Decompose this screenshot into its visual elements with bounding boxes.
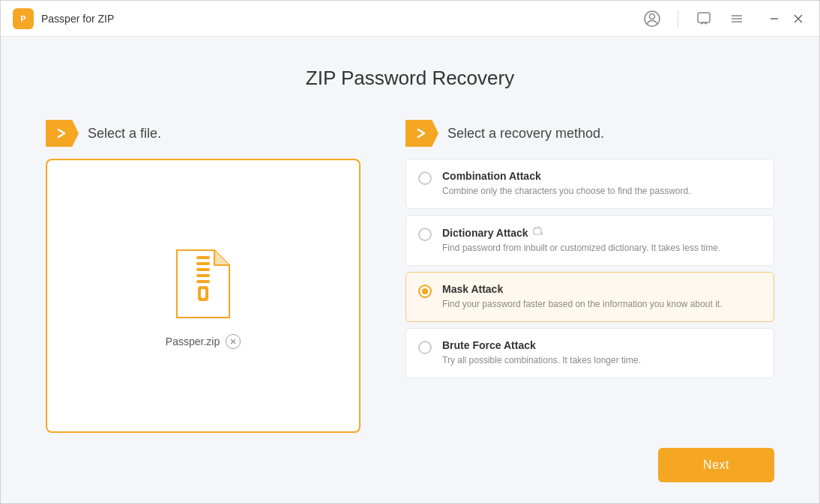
dictionary-title: Dictionary Attack (442, 226, 720, 239)
combination-title: Combination Attack (442, 170, 691, 182)
recovery-step-badge (406, 120, 438, 147)
dictionary-radio[interactable] (418, 228, 432, 241)
file-name-row: Passper.zip (166, 334, 241, 349)
file-item: Passper.zip (166, 243, 241, 349)
page-title: ZIP Password Recovery (46, 67, 774, 90)
account-icon[interactable] (642, 8, 663, 29)
dictionary-text: Dictionary Attack Find password from inb… (442, 226, 720, 255)
file-drop-area[interactable]: Passper.zip (46, 159, 361, 433)
svg-point-3 (650, 13, 655, 19)
mask-title: Mask Attack (442, 283, 723, 295)
brute-radio[interactable] (418, 341, 432, 354)
left-column: Select a file. (46, 120, 361, 433)
combination-desc: Combine only the characters you choose t… (442, 184, 691, 198)
menu-icon[interactable] (726, 8, 747, 29)
columns: Select a file. (46, 120, 774, 433)
main-content: ZIP Password Recovery Select a file. (1, 37, 819, 504)
svg-rect-14 (196, 274, 210, 277)
mask-text: Mask Attack Find your password faster ba… (442, 283, 723, 311)
brute-title: Brute Force Attack (442, 339, 641, 351)
svg-rect-13 (196, 268, 210, 271)
dictionary-desc: Find password from inbuilt or customized… (442, 241, 720, 255)
svg-rect-20 (534, 228, 541, 234)
app-icon: P (13, 8, 34, 29)
dictionary-attack-option[interactable]: Dictionary Attack Find password from inb… (406, 215, 774, 266)
mask-radio[interactable] (418, 285, 432, 298)
close-button[interactable] (789, 10, 807, 28)
titlebar-right (642, 8, 807, 29)
svg-text:P: P (20, 14, 25, 23)
combination-radio[interactable] (418, 171, 432, 185)
file-step-badge (46, 120, 79, 147)
right-column: Select a recovery method. Combination At… (406, 120, 774, 433)
svg-rect-12 (196, 262, 210, 265)
remove-file-button[interactable] (226, 334, 241, 349)
zip-file-icon (169, 243, 237, 325)
mask-attack-option[interactable]: Mask Attack Find your password faster ba… (406, 272, 774, 322)
combination-attack-option[interactable]: Combination Attack Combine only the char… (406, 159, 774, 209)
window-controls (765, 10, 807, 28)
svg-rect-17 (201, 289, 205, 298)
file-badge-arrow (46, 120, 79, 147)
dictionary-info-icon (533, 226, 543, 239)
file-section-header: Select a file. (46, 120, 361, 147)
divider (678, 10, 678, 28)
recovery-section-label: Select a recovery method. (447, 126, 604, 142)
brute-desc: Try all possible combinations. It takes … (442, 353, 641, 367)
svg-rect-15 (196, 280, 210, 283)
next-button[interactable]: Next (658, 448, 774, 482)
chat-icon[interactable] (693, 8, 714, 29)
app-title: Passper for ZIP (41, 13, 114, 25)
titlebar: P Passper for ZIP (1, 1, 819, 37)
file-name-text: Passper.zip (166, 336, 220, 347)
brute-force-option[interactable]: Brute Force Attack Try all possible comb… (406, 328, 774, 378)
combination-text: Combination Attack Combine only the char… (442, 170, 691, 198)
svg-rect-11 (196, 256, 210, 259)
footer: Next (46, 448, 774, 482)
minimize-button[interactable] (765, 10, 783, 28)
recovery-section-header: Select a recovery method. (406, 120, 774, 147)
svg-rect-4 (698, 13, 710, 22)
recovery-options: Combination Attack Combine only the char… (406, 159, 774, 378)
brute-text: Brute Force Attack Try all possible comb… (442, 339, 641, 367)
titlebar-left: P Passper for ZIP (13, 8, 114, 29)
mask-desc: Find your password faster based on the i… (442, 297, 723, 311)
recovery-badge-arrow (406, 120, 438, 147)
file-section-label: Select a file. (88, 126, 161, 142)
